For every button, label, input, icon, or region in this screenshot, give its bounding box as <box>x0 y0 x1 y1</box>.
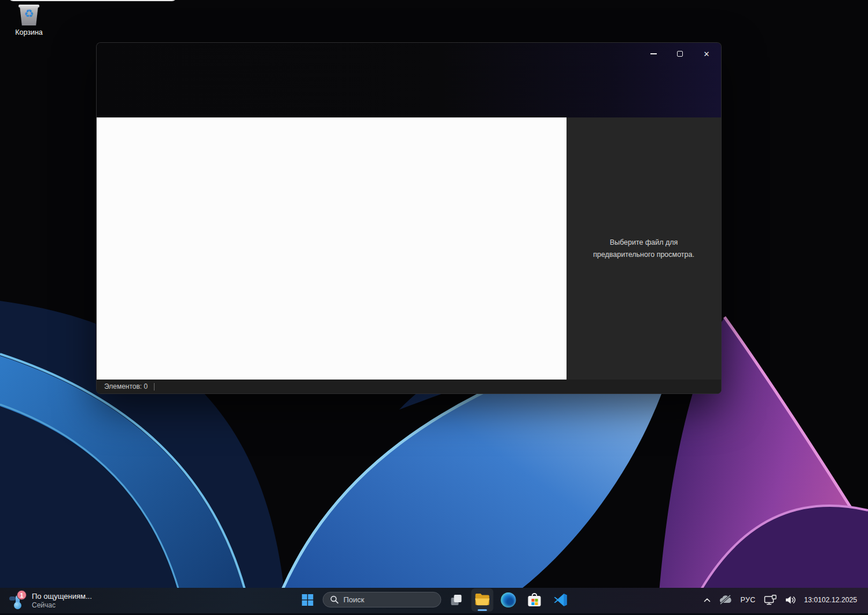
tray-overflow-button[interactable] <box>700 588 715 612</box>
edge-taskbar-button[interactable] <box>498 588 520 612</box>
clock-button[interactable]: 13:01 02.12.2025 <box>801 588 862 612</box>
file-list-area[interactable] <box>97 117 567 380</box>
recycle-bin-desktop-icon[interactable]: ♻ Корзина <box>7 3 51 36</box>
speaker-icon <box>785 595 797 605</box>
close-icon: ✕ <box>704 50 710 58</box>
volume-button[interactable] <box>781 588 801 612</box>
onedrive-paused-icon <box>719 595 733 605</box>
recycle-bin-label: Корзина <box>7 28 51 36</box>
items-count: Элементов: 0 <box>104 382 148 391</box>
widget-headline: По ощущениям... <box>32 592 92 601</box>
close-button[interactable]: ✕ <box>693 45 720 62</box>
language-indicator[interactable]: РУС <box>737 588 760 612</box>
widget-subline: Сейчас <box>32 601 92 610</box>
taskbar: 1 По ощущениям... Сейчас <box>0 588 868 615</box>
minimize-icon <box>650 53 657 54</box>
file-explorer-window: ✕ Выберите файл для предварительного про… <box>96 42 722 394</box>
desktop[interactable]: ♻ Корзина ✕ Выберите файл для предварите… <box>0 0 868 615</box>
notification-badge: 1 <box>17 590 27 600</box>
taskbar-search[interactable] <box>323 592 442 607</box>
maximize-icon <box>677 51 683 57</box>
file-explorer-icon <box>475 593 490 607</box>
system-tray: РУС 13:01 02.12.2025 <box>700 588 868 612</box>
microsoft-store-icon <box>527 592 542 607</box>
window-titlebar[interactable]: ✕ <box>97 43 721 117</box>
weather-widget-icon: 1 <box>8 591 27 610</box>
language-label: РУС <box>741 596 756 604</box>
onedrive-status-button[interactable] <box>715 588 737 612</box>
widgets-button[interactable]: 1 По ощущениям... Сейчас <box>0 588 133 613</box>
vscode-icon <box>554 593 568 607</box>
vscode-taskbar-button[interactable] <box>550 588 572 612</box>
tray-time: 13:01 <box>804 595 822 605</box>
task-view-button[interactable] <box>446 588 468 612</box>
windows-logo-icon <box>302 594 314 606</box>
preview-pane-message: Выберите файл для предварительного просм… <box>579 237 708 260</box>
maximize-button[interactable] <box>667 45 693 62</box>
status-divider <box>154 383 155 391</box>
ethernet-network-icon <box>764 595 777 605</box>
preview-pane: Выберите файл для предварительного просм… <box>567 117 721 380</box>
offscreen-window-edge <box>8 0 177 1</box>
tray-date: 02.12.2025 <box>822 595 857 605</box>
start-button[interactable] <box>297 588 319 612</box>
network-button[interactable] <box>760 588 781 612</box>
store-taskbar-button[interactable] <box>524 588 546 612</box>
task-view-icon <box>450 594 463 606</box>
search-input[interactable] <box>344 595 425 604</box>
status-bar: Элементов: 0 <box>97 380 721 393</box>
file-explorer-taskbar-button[interactable] <box>472 588 494 612</box>
edge-icon <box>501 592 516 607</box>
recycle-bin-icon: ♻ <box>18 3 40 27</box>
search-icon <box>330 595 339 604</box>
active-app-indicator <box>478 609 487 611</box>
chevron-up-icon <box>704 598 711 602</box>
taskbar-center <box>297 588 572 612</box>
caption-buttons: ✕ <box>640 45 720 62</box>
minimize-button[interactable] <box>640 45 667 62</box>
